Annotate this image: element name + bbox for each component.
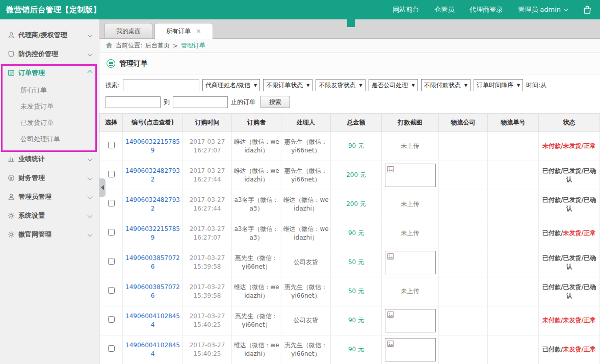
admin-dropdown[interactable]: 管理员 admin — [518, 5, 567, 14]
row-checkbox[interactable] — [108, 345, 115, 352]
tracking-number-cell — [488, 190, 539, 219]
filter-sort-order-select[interactable]: 订单时间降序 ▼ — [474, 79, 523, 91]
date-from-input[interactable] — [106, 96, 161, 108]
caret-down-icon: ▼ — [359, 83, 362, 88]
row-checkbox[interactable] — [108, 171, 115, 177]
range-suffix-label: 止的订单 — [231, 98, 255, 107]
order-id-link[interactable]: 149060322157859 — [125, 138, 180, 154]
order-id-link[interactable]: 149060324827932 — [125, 196, 180, 212]
payment-screenshot-thumbnail[interactable] — [385, 164, 436, 187]
order-time-cell: 2017-03-2716:27:44 — [183, 190, 232, 219]
filter-company-handled-select[interactable]: 是否公司处理 ▼ — [369, 79, 418, 91]
tab-all-orders[interactable]: 所有订单 × — [154, 23, 213, 39]
breadcrumb-home-link[interactable]: 后台首页 — [145, 41, 170, 50]
topbar-link-warehouse[interactable]: 仓管员 — [434, 5, 454, 14]
order-id-link[interactable]: 149060041028454 — [125, 342, 180, 357]
tab-my-desktop[interactable]: 我的桌面 — [105, 23, 152, 38]
logistics-company-cell — [439, 277, 488, 306]
close-icon[interactable]: × — [196, 24, 201, 38]
search-area: 搜索: 代商理姓名/微信 ▼ 不限订单状态 ▼ 不限发货状态 ▼ — [99, 74, 600, 113]
row-checkbox[interactable] — [108, 316, 115, 323]
sidebar-item-agent-management[interactable]: 代理商/授权管理 — [0, 25, 99, 44]
sidebar-item-anticounterfeit[interactable]: 防伪控价管理 — [0, 44, 99, 63]
tracking-number-cell — [488, 248, 539, 277]
search-input[interactable] — [123, 80, 199, 91]
order-time-cell: 2017-03-2716:27:44 — [183, 161, 232, 190]
topbar: 微营销后台管理【定制版】 网站前台 仓管员 代理商登录 管理员 admin — [0, 0, 600, 19]
sidebar-item-micro-site[interactable]: 微官网管理 — [0, 225, 99, 244]
order-id-link[interactable]: 149060324827932 — [125, 167, 180, 183]
order-id-cell: 149060322157859 — [123, 132, 183, 161]
chart-icon — [7, 155, 15, 163]
topbar-link-agent-login[interactable]: 代理商登录 — [469, 5, 503, 14]
amount-cell: 200 元 — [331, 161, 382, 190]
date-to-input[interactable] — [173, 96, 228, 108]
filter-payment-status-select[interactable]: 不限付款状态 ▼ — [421, 79, 471, 91]
payment-screenshot-thumbnail[interactable] — [385, 338, 436, 361]
sidebar-item-label: 业绩统计 — [18, 154, 88, 164]
row-checkbox[interactable] — [108, 142, 115, 148]
filter-shipping-status-select[interactable]: 不限发货状态 ▼ — [316, 79, 365, 91]
sidebar-subitem-all-orders[interactable]: 所有订单 — [0, 82, 99, 98]
payment-screenshot-thumbnail[interactable] — [385, 251, 436, 274]
chevron-down-icon — [88, 33, 93, 38]
sidebar-item-admin-management[interactable]: 管理员管理 — [0, 187, 99, 206]
sidebar-subitem-company-orders[interactable]: 公司处理订单 — [0, 131, 99, 147]
row-checkbox[interactable] — [108, 229, 115, 236]
handler-cell: 惠先生（微信：yi66net） — [281, 161, 331, 190]
search-button[interactable]: 搜索 — [260, 96, 290, 108]
select-value: 不限付款状态 — [424, 81, 461, 90]
tab-bar-action-button[interactable] — [347, 19, 355, 27]
topbar-nav: 网站前台 仓管员 代理商登录 管理员 admin — [393, 5, 592, 14]
sidebar-subitem-shipped-orders[interactable]: 已发货订单 — [0, 115, 99, 131]
order-row: 1490600410284542017-03-2715:40:25惠先生（微信：… — [100, 306, 600, 335]
orders-table: 选择 编号(点击查看) 订购时间 订购者 处理人 总金额 打款截图 物流公司 物… — [99, 113, 600, 364]
topbar-link-site-frontend[interactable]: 网站前台 — [393, 5, 419, 14]
buyer-cell: a3名字（微信：a3） — [232, 219, 281, 248]
sidebar-collapse-handle[interactable] — [99, 178, 106, 197]
tab-bar: 我的桌面 所有订单 × — [99, 19, 600, 39]
order-id-link[interactable]: 149060322157859 — [125, 225, 180, 241]
chevron-down-icon — [564, 7, 568, 11]
page: 微营销后台管理【定制版】 网站前台 仓管员 代理商登录 管理员 admin — [0, 0, 600, 364]
sidebar-item-order-management[interactable]: 订单管理 — [0, 63, 99, 82]
sidebar-item-performance-stats[interactable]: 业绩统计 — [0, 149, 99, 168]
order-id-cell: 149060324827932 — [123, 190, 183, 219]
select-value: 代商理姓名/微信 — [205, 81, 250, 90]
select-cell — [100, 248, 123, 277]
payment-screenshot-cell — [382, 248, 439, 277]
order-time-cell: 2017-03-2716:27:07 — [183, 132, 232, 161]
filter-agent-select[interactable]: 代商理姓名/微信 ▼ — [202, 79, 260, 91]
row-checkbox[interactable] — [108, 258, 115, 265]
row-checkbox[interactable] — [108, 200, 115, 206]
breadcrumb-current[interactable]: 管理订单 — [181, 41, 205, 50]
screenshot-empty-label: 未上传 — [401, 288, 420, 295]
sidebar-item-finance[interactable]: 财务管理 — [0, 168, 99, 187]
breadcrumb-prefix: 当前位置: — [116, 41, 142, 50]
panel-header: 管理订单 — [99, 53, 600, 74]
filter-order-status-select[interactable]: 不限订单状态 ▼ — [263, 79, 312, 91]
order-row: 1490600385707262017-03-2715:39:58惠先生（微信：… — [100, 248, 600, 277]
handler-cell: 惠先生（微信：yi66net） — [281, 132, 331, 161]
handler-cell: 公司发货 — [281, 248, 331, 277]
screenshot-empty-label: 未上传 — [401, 142, 420, 149]
sidebar-subitem-unshipped-orders[interactable]: 未发货订单 — [0, 98, 99, 115]
payment-screenshot-cell — [382, 335, 439, 364]
caret-down-icon: ▼ — [306, 83, 309, 88]
admin-label: 管理员 admin — [518, 5, 561, 14]
order-id-link[interactable]: 149060038570726 — [125, 283, 180, 299]
shopping-bag-icon[interactable] — [583, 5, 592, 14]
money-icon — [7, 174, 15, 181]
sidebar-item-system-settings[interactable]: 系统设置 — [0, 206, 99, 225]
payment-screenshot-thumbnail[interactable] — [385, 309, 436, 332]
payment-screenshot-cell: 未上传 — [382, 219, 439, 248]
select-value: 订单时间降序 — [477, 81, 513, 90]
order-time-cell: 2017-03-2716:27:07 — [183, 219, 232, 248]
row-checkbox[interactable] — [108, 287, 115, 294]
chevron-down-icon — [88, 232, 93, 237]
amount-cell: 50 元 — [331, 277, 382, 306]
order-id-link[interactable]: 149060041028454 — [125, 313, 180, 328]
tracking-number-cell — [488, 219, 539, 248]
tracking-number-cell — [488, 161, 539, 190]
order-id-link[interactable]: 149060038570726 — [125, 254, 180, 270]
